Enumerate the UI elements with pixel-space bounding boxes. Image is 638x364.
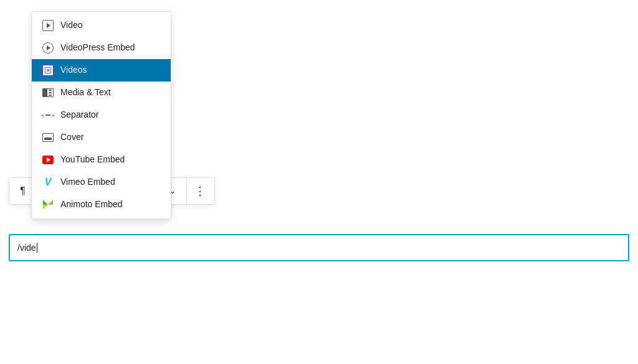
menu-item-vimeo-label: Vimeo Embed — [60, 176, 115, 189]
video-icon — [42, 19, 54, 32]
videos-icon — [42, 64, 54, 77]
input-value: /vide — [17, 243, 36, 253]
block-type-dropdown: Video VideoPress Embed Videos — [31, 11, 171, 219]
youtube-icon — [42, 154, 54, 166]
dots-icon: ⋮ — [194, 184, 206, 198]
menu-item-separator-label: Separator — [60, 109, 98, 121]
menu-item-animoto[interactable]: Animoto Embed — [32, 194, 171, 216]
menu-item-media-text[interactable]: Media & Text — [32, 82, 171, 104]
paragraph-icon: ¶ — [20, 185, 26, 197]
vimeo-icon: V — [42, 176, 54, 189]
menu-item-youtube-label: YouTube Embed — [60, 154, 125, 166]
menu-item-animoto-label: Animoto Embed — [60, 198, 123, 211]
cover-icon — [42, 131, 54, 144]
block-search-input[interactable]: /vide — [9, 234, 629, 261]
menu-item-video-label: Video — [60, 19, 83, 32]
menu-item-videopress[interactable]: VideoPress Embed — [32, 37, 171, 59]
menu-item-media-text-label: Media & Text — [60, 86, 111, 99]
menu-item-vimeo[interactable]: V Vimeo Embed — [32, 171, 171, 194]
menu-item-youtube[interactable]: YouTube Embed — [32, 149, 171, 171]
videopress-icon — [42, 42, 54, 54]
menu-item-videos-label: Videos — [60, 64, 87, 77]
menu-item-videopress-label: VideoPress Embed — [60, 42, 135, 54]
media-text-icon — [42, 86, 54, 99]
menu-item-video[interactable]: Video — [32, 14, 171, 37]
menu-item-videos[interactable]: Videos — [32, 59, 171, 82]
menu-item-separator[interactable]: Separator — [32, 104, 171, 126]
more-options-button[interactable]: ⋮ — [187, 178, 214, 204]
menu-item-cover-label: Cover — [60, 131, 83, 144]
text-cursor — [37, 243, 37, 253]
animoto-icon — [42, 198, 54, 211]
separator-icon — [42, 109, 54, 121]
menu-item-cover[interactable]: Cover — [32, 126, 171, 149]
